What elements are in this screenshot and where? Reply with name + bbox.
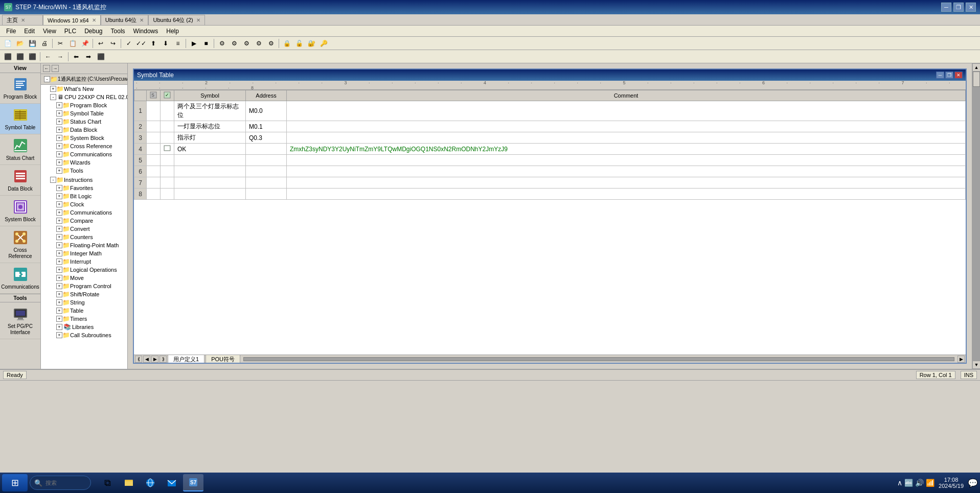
- tree-float-math-expand[interactable]: +: [56, 242, 62, 248]
- tb2-btn7[interactable]: ➡: [83, 52, 94, 62]
- sidebar-item-data-block[interactable]: Data Block: [0, 165, 40, 196]
- tree-whats-new[interactable]: + 📁 What's New: [41, 85, 127, 93]
- tb-btn1[interactable]: ⚙: [216, 38, 227, 49]
- scroll-left[interactable]: ◀: [143, 356, 150, 363]
- sidebar-item-symbol-table[interactable]: Symbol Table: [0, 104, 40, 134]
- tree-wizards[interactable]: + 📁 Wizards: [41, 158, 127, 167]
- tree-cross-reference[interactable]: + 📁 Cross Reference: [41, 142, 127, 150]
- tree-logical-ops[interactable]: + 📁 Logical Operations: [41, 266, 127, 274]
- symbol-window-restore[interactable]: ❐: [945, 72, 953, 79]
- tree-cross-reference-expand[interactable]: +: [56, 143, 62, 149]
- row-7-symbol[interactable]: [174, 177, 246, 189]
- tb-lock[interactable]: 🔒: [281, 38, 292, 49]
- menu-debug[interactable]: Debug: [80, 27, 106, 36]
- row-6-symbol[interactable]: [174, 166, 246, 177]
- browser-tab-ubuntu1[interactable]: Ubuntu 64位 ✕: [101, 15, 149, 25]
- scroll-left-left[interactable]: ⟪: [135, 356, 142, 363]
- tab-ubuntu2-close[interactable]: ✕: [196, 17, 200, 23]
- tb-download[interactable]: ⬇: [160, 38, 171, 49]
- tree-inst-communications[interactable]: + 📁 Communications: [41, 208, 127, 217]
- menu-tools[interactable]: Tools: [107, 27, 129, 36]
- row-3-symbol[interactable]: 指示灯: [174, 132, 246, 144]
- tb-btn4[interactable]: ⚙: [253, 38, 264, 49]
- menu-windows[interactable]: Windows: [129, 27, 163, 36]
- tree-table-expand[interactable]: +: [56, 308, 62, 314]
- tree-libraries-expand[interactable]: +: [56, 324, 62, 330]
- tree-status-chart-expand[interactable]: +: [56, 119, 62, 125]
- row-4-comment[interactable]: ZmxhZ3syNDY3Y2UyNiTmZmY9LTQwMDgiOGQ1NS0x…: [287, 144, 966, 155]
- taskbar-app-s7[interactable]: S7: [183, 474, 203, 491]
- tree-compare-expand[interactable]: +: [56, 218, 62, 224]
- tree-interrupt-expand[interactable]: +: [56, 259, 62, 265]
- tree-counters[interactable]: + 📁 Counters: [41, 233, 127, 241]
- tree-compare[interactable]: + 📁 Compare: [41, 217, 127, 225]
- tree-convert[interactable]: + 📁 Convert: [41, 225, 127, 233]
- tb-upload[interactable]: ⬆: [148, 38, 159, 49]
- tree-call-subroutines[interactable]: + 📁 Call Subroutines: [41, 331, 127, 339]
- tb-run[interactable]: ▶: [188, 38, 199, 49]
- row-1-symbol[interactable]: 两个及三个灯显示标志位: [174, 101, 246, 121]
- tree-libraries[interactable]: + 📚 Libraries: [41, 323, 127, 331]
- tb-compare[interactable]: ≡: [172, 38, 184, 49]
- tree-cpu-node[interactable]: - 🖥 CPU 224XP CN REL 02.01: [41, 93, 127, 101]
- symbol-grid[interactable]: S ✓ Symbol Address Comment 1: [134, 90, 966, 355]
- taskbar-app-browser[interactable]: [140, 474, 161, 491]
- tree-clock[interactable]: + 📁 Clock: [41, 200, 127, 208]
- vscroll-up[interactable]: ▲: [972, 63, 980, 72]
- tree-data-block[interactable]: + 📁 Data Block: [41, 126, 127, 134]
- taskbar-app-mail[interactable]: [162, 474, 182, 491]
- bottom-scroll-track[interactable]: [243, 357, 954, 361]
- tb2-btn1[interactable]: ⬛: [2, 52, 13, 62]
- tree-program-block-expand[interactable]: +: [56, 102, 62, 108]
- tree-move-expand[interactable]: +: [56, 275, 62, 281]
- menu-edit[interactable]: Edit: [20, 27, 39, 36]
- row-2-address[interactable]: M0.1: [246, 121, 287, 132]
- row-8-symbol[interactable]: [174, 189, 246, 200]
- tree-timers[interactable]: + 📁 Timers: [41, 315, 127, 323]
- browser-tab-home[interactable]: 主页 ✕: [2, 15, 43, 25]
- tree-cpu-expand[interactable]: -: [50, 94, 56, 100]
- tree-nav-back[interactable]: ←: [43, 65, 50, 72]
- sidebar-item-status-chart[interactable]: Status Chart: [0, 134, 40, 165]
- tree-bit-logic[interactable]: + 📁 Bit Logic: [41, 192, 127, 200]
- sidebar-item-system-block[interactable]: System Block: [0, 196, 40, 226]
- tree-instructions-expand[interactable]: -: [50, 177, 56, 183]
- bottom-scroll-right-btn[interactable]: ▶: [958, 356, 965, 363]
- tb-redo[interactable]: ↪: [107, 38, 119, 49]
- row-6-address[interactable]: [246, 166, 287, 177]
- tb-save[interactable]: 💾: [27, 38, 38, 49]
- row-1-address[interactable]: M0.0: [246, 101, 287, 121]
- row-5-address[interactable]: [246, 155, 287, 166]
- tb-paste[interactable]: 📌: [79, 38, 90, 49]
- tb2-back[interactable]: ←: [42, 52, 54, 62]
- vscroll-thumb[interactable]: [973, 72, 980, 87]
- tree-logical-ops-expand[interactable]: +: [56, 267, 62, 273]
- sidebar-item-set-pgpc[interactable]: Set PG/PC Interface: [0, 302, 40, 339]
- taskbar-notification[interactable]: 💬: [968, 478, 978, 488]
- taskbar-app-explorer[interactable]: [119, 474, 139, 491]
- sidebar-item-communications[interactable]: Communications: [0, 263, 40, 294]
- search-input[interactable]: [45, 480, 86, 486]
- tb-lock2[interactable]: 🔓: [293, 38, 305, 49]
- tree-timers-expand[interactable]: +: [56, 316, 62, 322]
- row-3-comment[interactable]: [287, 132, 966, 144]
- tree-tools-expand[interactable]: +: [56, 168, 62, 174]
- tb-btn3[interactable]: ⚙: [241, 38, 252, 49]
- tree-tools[interactable]: + 📁 Tools: [41, 167, 127, 175]
- row-8-address[interactable]: [246, 189, 287, 200]
- tree-interrupt[interactable]: + 📁 Interrupt: [41, 257, 127, 266]
- bottom-scroll-bar[interactable]: ⟪ ◀ ▶ ⟫ 用户定义1 POU符号 ▶: [134, 355, 966, 363]
- tree-data-block-expand[interactable]: +: [56, 127, 62, 133]
- tree-favorites-expand[interactable]: +: [56, 185, 62, 191]
- tree-program-block[interactable]: + 📁 Program Block: [41, 101, 127, 109]
- tb-open[interactable]: 📂: [14, 38, 26, 49]
- tb-compile[interactable]: ✓: [123, 38, 134, 49]
- right-scrollbar[interactable]: ▲ ▼: [972, 63, 980, 369]
- row-6-comment[interactable]: [287, 166, 966, 177]
- tree-inst-communications-expand[interactable]: +: [56, 209, 62, 216]
- tb-key[interactable]: 🔑: [318, 38, 329, 49]
- row-7-comment[interactable]: [287, 177, 966, 189]
- restore-button[interactable]: ❐: [953, 3, 964, 12]
- tb-print[interactable]: 🖨: [39, 38, 50, 49]
- row-4-address[interactable]: [246, 144, 287, 155]
